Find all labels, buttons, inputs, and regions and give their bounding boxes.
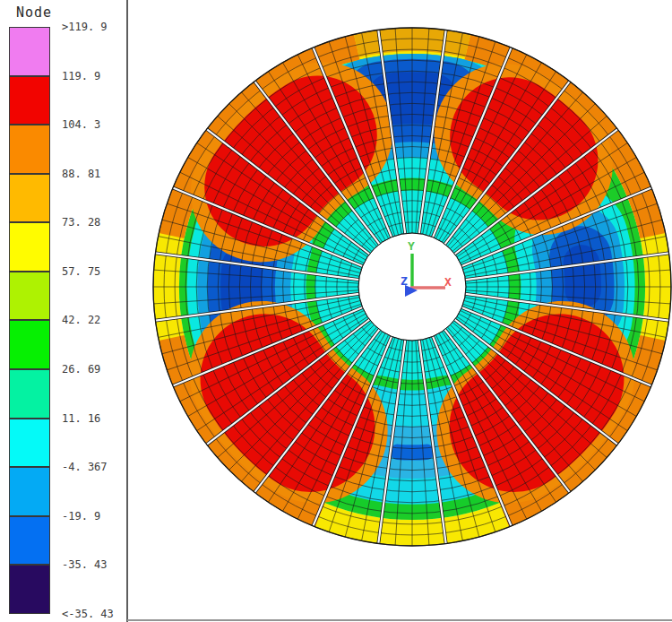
legend-swatch bbox=[9, 76, 50, 125]
legend-swatch bbox=[9, 174, 50, 223]
legend-swatch bbox=[9, 369, 50, 419]
legend-title: Node bbox=[16, 4, 52, 21]
legend-label: 26. 69 bbox=[62, 363, 126, 376]
legend-label: -19. 9 bbox=[62, 510, 126, 523]
legend-swatch bbox=[9, 125, 50, 174]
x-axis-label: X bbox=[444, 275, 452, 289]
legend-label: 57. 75 bbox=[62, 265, 126, 278]
legend-swatch bbox=[9, 320, 50, 369]
legend-label: 73. 28 bbox=[62, 216, 126, 229]
legend-swatch bbox=[9, 272, 50, 321]
contour-region-east-blue-dark bbox=[582, 263, 583, 289]
legend-divider-line bbox=[126, 0, 128, 622]
legend-label: -35. 43 bbox=[62, 558, 126, 571]
legend-label: -4. 367 bbox=[62, 461, 126, 473]
bottom-border-line bbox=[127, 619, 672, 621]
legend-swatch bbox=[9, 565, 50, 614]
app-window: YXZ Node >119. 9119. 9104. 388. 8173. 28… bbox=[0, 0, 672, 622]
z-axis-label: Z bbox=[401, 274, 408, 288]
legend-swatch bbox=[9, 516, 50, 566]
contour-region-red-blob-sw bbox=[265, 379, 310, 428]
legend-label: 104. 3 bbox=[62, 118, 126, 131]
legend-label: >119. 9 bbox=[62, 21, 126, 33]
legend-swatch bbox=[9, 222, 50, 272]
contour-region-red-blob-se bbox=[514, 379, 559, 428]
legend-colorbar: Node >119. 9119. 9104. 388. 8173. 2857. … bbox=[0, 0, 127, 622]
y-axis-label: Y bbox=[408, 239, 415, 253]
legend-label: 42. 22 bbox=[62, 314, 126, 326]
legend-swatch bbox=[9, 419, 50, 468]
legend-swatch bbox=[9, 27, 50, 76]
legend-swatch bbox=[9, 467, 50, 516]
legend-label: 88. 81 bbox=[62, 168, 126, 180]
legend-label: 11. 16 bbox=[62, 412, 126, 425]
legend-label: 119. 9 bbox=[62, 70, 126, 82]
legend-label: <-35. 43 bbox=[62, 608, 126, 620]
